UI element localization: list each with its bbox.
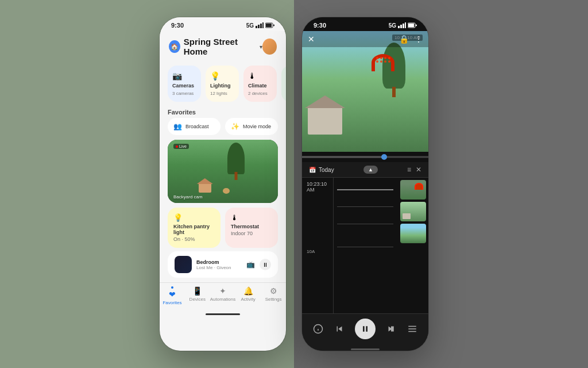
lock-icon[interactable]: 🔒 xyxy=(399,34,409,44)
svg-rect-6 xyxy=(273,25,274,26)
info-button[interactable] xyxy=(313,324,323,334)
devices-nav-label: Devices xyxy=(189,297,206,302)
movie-mode-button[interactable]: ✨ Movie mode xyxy=(225,118,278,135)
svg-rect-12 xyxy=(408,24,414,27)
dark-top-bar: ✕ 🔒 ⋮ xyxy=(302,31,428,47)
tile-cameras-sublabel: 3 cameras xyxy=(172,91,196,96)
svg-rect-2 xyxy=(260,24,262,28)
thumbnail-3[interactable] xyxy=(400,224,426,243)
more-options-icon[interactable]: ⋮ xyxy=(415,34,423,44)
device-card-light[interactable]: 💡 Kitchen pantry light On · 50% xyxy=(168,208,220,248)
network-label: 5G xyxy=(246,22,254,29)
svg-rect-0 xyxy=(256,26,257,28)
nav-activity[interactable]: 🔔 Activity xyxy=(235,286,261,305)
filter-icon: ▲ xyxy=(368,167,373,172)
timeline-cursor xyxy=(337,189,393,190)
thumbnails-column xyxy=(397,178,428,313)
svg-rect-3 xyxy=(262,22,264,28)
nav-favorites[interactable]: ❤ Favorites xyxy=(160,286,185,305)
lighting-tile-icon: 💡 xyxy=(210,71,234,80)
favorites-label: Favorites xyxy=(160,106,286,118)
activity-nav-icon: 🔔 xyxy=(243,286,253,296)
favorites-row: 👥 Broadcast ✨ Movie mode xyxy=(160,118,286,140)
tile-climate[interactable]: 🌡 Climate 2 devices xyxy=(243,66,277,102)
devices-nav-icon: 📱 xyxy=(192,286,202,296)
now-playing-room: Bedroom xyxy=(196,259,242,265)
home-header: 🏠 Spring Street Home ▾ xyxy=(160,31,286,61)
svg-rect-5 xyxy=(266,24,272,27)
thumbnail-2[interactable] xyxy=(400,202,426,221)
dark-bottom-controls xyxy=(302,313,428,347)
dark-status-time: 9:30 xyxy=(314,22,326,29)
automations-nav-label: Automations xyxy=(210,297,235,302)
skip-forward-button[interactable] xyxy=(386,324,396,334)
scrubber-progress xyxy=(302,156,384,158)
favorites-nav-icon: ❤ xyxy=(169,290,176,299)
pause-button[interactable] xyxy=(355,319,376,339)
device-card-thermostat[interactable]: 🌡 Thermostat Indoor 70 xyxy=(225,208,278,248)
svg-rect-13 xyxy=(416,25,417,26)
skip-back-button[interactable] xyxy=(334,324,345,334)
home-bar xyxy=(206,313,240,315)
movie-mode-icon: ✨ xyxy=(231,122,239,131)
dark-network-label: 5G xyxy=(389,22,396,29)
tile-climate-sublabel: 2 devices xyxy=(248,91,272,96)
dark-camera-scene: 10:23:10 AM xyxy=(302,31,428,152)
status-bar-dark: 9:30 5G xyxy=(302,17,428,31)
date-label[interactable]: 📅 Today xyxy=(309,167,334,173)
home-title: Spring Street Home xyxy=(184,37,256,56)
tile-cameras-label: Cameras xyxy=(172,83,196,89)
svg-rect-8 xyxy=(400,25,402,28)
event-timeline: 10:23:10 AM 10A xyxy=(302,178,428,313)
list-view-icon[interactable]: ≡ xyxy=(407,166,411,174)
dark-camera-view: 10:23:10 AM ✕ 🔒 ⋮ xyxy=(302,31,428,152)
avatar[interactable] xyxy=(262,39,277,55)
svg-rect-1 xyxy=(258,25,260,28)
light-device-status: On · 50% xyxy=(173,236,215,242)
signal-icon xyxy=(256,22,264,28)
broadcast-button[interactable]: 👥 Broadcast xyxy=(168,118,220,135)
close-icon[interactable]: ✕ xyxy=(308,34,315,44)
home-indicator xyxy=(160,311,286,316)
dark-status-icons: 5G xyxy=(389,22,417,29)
tree xyxy=(227,143,245,174)
live-dot xyxy=(176,145,178,148)
timeline-line-1 xyxy=(337,206,393,207)
thermostat-device-status: Indoor 70 xyxy=(231,231,272,236)
tile-climate-label: Climate xyxy=(248,83,272,89)
date-text: Today xyxy=(319,167,334,173)
time-minor: 10A xyxy=(307,249,328,254)
camera-scene xyxy=(168,140,278,203)
nav-devices[interactable]: 📱 Devices xyxy=(185,286,210,305)
tile-lighting[interactable]: 💡 Lighting 12 lights xyxy=(206,66,239,102)
phone-light: 9:30 5G 🏠 Spring Street Home ▾ 📷 Cameras… xyxy=(160,17,286,351)
menu-button[interactable] xyxy=(407,324,417,334)
camera-feed[interactable]: Live Backyard cam xyxy=(168,140,278,203)
home-title-row[interactable]: 🏠 Spring Street Home ▾ xyxy=(169,37,262,56)
filter-badge[interactable]: ▲ xyxy=(363,166,378,174)
nav-settings[interactable]: ⚙ Settings xyxy=(261,286,286,305)
music-pause-button[interactable]: ⏸ xyxy=(260,259,271,270)
camera-label: Backyard cam xyxy=(173,194,203,200)
timeline-scrubber[interactable] xyxy=(302,152,428,162)
svg-rect-9 xyxy=(403,24,404,28)
tile-security[interactable]: 🔒 xyxy=(281,66,286,102)
dark-house xyxy=(308,106,342,135)
camera-tile-icon: 📷 xyxy=(172,71,196,80)
broadcast-icon: 👥 xyxy=(173,122,182,131)
scrubber-thumb[interactable] xyxy=(381,154,387,160)
timeline-line-2 xyxy=(337,224,393,224)
date-right-controls: ≡ ✕ xyxy=(407,166,421,174)
timeline-bar-area[interactable] xyxy=(334,178,397,313)
tile-lighting-label: Lighting xyxy=(210,83,234,89)
time-axis: 10:23:10 AM 10A xyxy=(302,178,334,313)
activity-nav-label: Activity xyxy=(241,297,256,302)
date-filter-bar: 📅 Today ▲ ≡ ✕ xyxy=(302,162,428,178)
nav-automations[interactable]: ✦ Automations xyxy=(210,286,235,305)
thumbnail-1[interactable] xyxy=(400,180,426,200)
cast-icon[interactable]: 📺 xyxy=(246,260,255,269)
collapse-icon[interactable]: ✕ xyxy=(416,166,421,174)
calendar-icon: 📅 xyxy=(309,167,316,173)
doghouse xyxy=(199,182,211,193)
tile-cameras[interactable]: 📷 Cameras 3 cameras xyxy=(168,66,201,102)
